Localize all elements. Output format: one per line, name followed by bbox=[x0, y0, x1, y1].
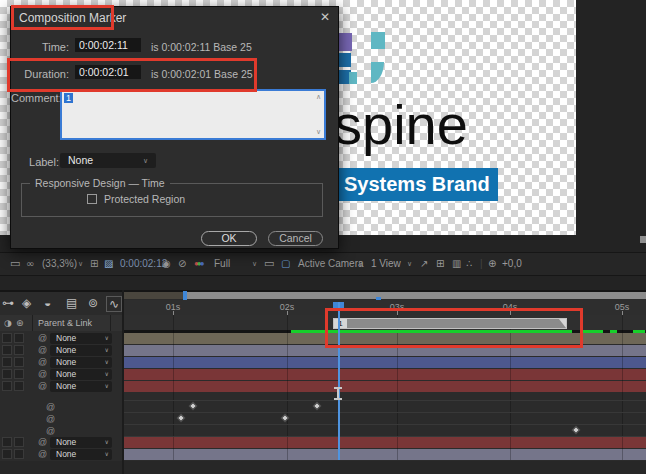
property-pickwhip-icon[interactable]: @ bbox=[46, 426, 55, 437]
layer-duration-bar[interactable] bbox=[123, 449, 646, 460]
layer-switch-cell[interactable] bbox=[14, 381, 24, 391]
share-view-icon[interactable]: ↗ bbox=[420, 253, 428, 275]
time-input[interactable] bbox=[75, 38, 141, 52]
draft-3d-icon[interactable]: ◈ bbox=[22, 296, 31, 310]
render-bar-segment bbox=[610, 330, 617, 333]
layer-duration-bar[interactable] bbox=[123, 369, 646, 380]
layer-duration-bar[interactable] bbox=[123, 357, 646, 368]
header-divider bbox=[110, 315, 111, 331]
region-of-interest-icon[interactable]: ▭ bbox=[264, 253, 274, 275]
parent-pickwhip-icon[interactable]: @ bbox=[38, 369, 47, 380]
resolution-chevron-icon[interactable]: ∨ bbox=[252, 253, 257, 275]
layer-switch-cell[interactable] bbox=[14, 369, 24, 379]
graph-editor-icon[interactable]: ∿ bbox=[106, 296, 122, 312]
dropdown-chevron-icon: ∨ bbox=[105, 333, 109, 344]
layer-switch-cell[interactable] bbox=[2, 333, 12, 343]
dropdown-chevron-icon: ∨ bbox=[105, 437, 109, 448]
layer-switch-cell[interactable] bbox=[2, 357, 12, 367]
property-pickwhip-icon[interactable]: @ bbox=[46, 414, 55, 425]
property-pickwhip-icon[interactable]: @ bbox=[46, 402, 55, 413]
layer-switch-cell[interactable] bbox=[14, 345, 24, 355]
timeline-graph-icon[interactable]: ▥ bbox=[452, 253, 461, 275]
layer-switch-cell[interactable] bbox=[2, 369, 12, 379]
show-snapshot-icon[interactable]: ⊘ bbox=[178, 253, 186, 275]
mini-flowchart-icon[interactable]: ⊶ bbox=[2, 296, 14, 310]
dropdown-chevron-icon: ∨ bbox=[105, 345, 109, 356]
protected-region-checkbox[interactable] bbox=[87, 194, 97, 204]
time-info: is 0:00:02:11 Base 25 bbox=[151, 41, 252, 53]
layer-switch-cell[interactable] bbox=[14, 333, 24, 343]
second-gridline bbox=[287, 315, 288, 460]
camera-view-select[interactable]: Active Camera bbox=[298, 253, 364, 275]
fast-previews-icon[interactable]: ▢ bbox=[281, 253, 290, 275]
pixel-aspect-icon[interactable]: ⊞ bbox=[436, 253, 444, 275]
viewer-scrollbar-handle[interactable] bbox=[640, 236, 646, 243]
parent-link-dropdown[interactable]: None∨ bbox=[50, 449, 112, 460]
parent-link-dropdown[interactable]: None∨ bbox=[50, 333, 112, 344]
parent-pickwhip-icon[interactable]: @ bbox=[38, 437, 47, 448]
logo-mark-purple-square bbox=[339, 33, 352, 51]
always-preview-icon[interactable]: ∞ bbox=[26, 253, 34, 275]
layer-duration-bar[interactable] bbox=[123, 437, 646, 448]
composition-marker-dialog: Composition Marker ✕ Time: is 0:00:02:11… bbox=[10, 6, 339, 249]
frame-blending-icon[interactable]: ▤ bbox=[66, 296, 77, 310]
comment-label: Comment: bbox=[11, 92, 59, 104]
snapshot-camera-icon[interactable]: ◉ bbox=[162, 253, 171, 275]
parent-pickwhip-icon[interactable]: @ bbox=[38, 345, 47, 356]
highlight-box-marker bbox=[325, 308, 583, 348]
highlight-box-title bbox=[11, 5, 114, 30]
layer-switch-cell[interactable] bbox=[2, 449, 12, 459]
parent-link-header: Parent & Link bbox=[38, 318, 92, 328]
resolution-select[interactable]: Full bbox=[214, 253, 230, 275]
label-dropdown[interactable]: None ∨ bbox=[60, 153, 156, 168]
layer-switch-cell[interactable] bbox=[2, 381, 12, 391]
parent-pickwhip-icon[interactable]: @ bbox=[38, 333, 47, 344]
ok-button[interactable]: OK bbox=[201, 231, 257, 246]
parent-link-dropdown[interactable]: None∨ bbox=[50, 369, 112, 380]
logo-mark-teal-small bbox=[349, 72, 357, 84]
comment-textarea[interactable]: 1 ∧ ∨ bbox=[60, 89, 326, 140]
flowchart-icon[interactable]: ∴ bbox=[466, 253, 472, 275]
shy-layers-icon[interactable]: ◒ bbox=[44, 296, 51, 310]
layer-switch-cell[interactable] bbox=[2, 345, 12, 355]
label-label: Label: bbox=[11, 156, 59, 168]
exposure-offset-value[interactable]: +0,0 bbox=[502, 253, 522, 275]
property-row-separator bbox=[123, 412, 646, 413]
layer-switch-cell[interactable] bbox=[2, 437, 12, 447]
logo-mark-teal-square bbox=[371, 32, 385, 49]
view-layout-select[interactable]: 1 View bbox=[371, 253, 401, 275]
parent-link-dropdown[interactable]: None∨ bbox=[50, 437, 112, 448]
navigator-time-indicator[interactable] bbox=[183, 291, 187, 300]
magnification-chevron-icon[interactable]: ∨ bbox=[78, 253, 83, 275]
dialog-close-icon[interactable]: ✕ bbox=[320, 10, 330, 24]
exposure-gear-icon[interactable]: ⊕ bbox=[488, 253, 496, 275]
parent-link-dropdown[interactable]: None∨ bbox=[50, 357, 112, 368]
magnification-value[interactable]: (33,3%) bbox=[42, 253, 77, 275]
parent-link-dropdown[interactable]: None∨ bbox=[50, 345, 112, 356]
parent-link-dropdown[interactable]: None∨ bbox=[50, 381, 112, 392]
parent-pickwhip-icon[interactable]: @ bbox=[38, 357, 47, 368]
layer-duration-bar[interactable] bbox=[123, 381, 646, 392]
transparency-grid-icon[interactable]: ▨ bbox=[104, 253, 113, 275]
cancel-button[interactable]: Cancel bbox=[268, 231, 323, 246]
monitor-icon[interactable]: ▭ bbox=[10, 253, 20, 275]
camera-view-chevron-icon[interactable]: ∨ bbox=[358, 253, 363, 275]
timeline-panel-divider[interactable] bbox=[122, 290, 124, 474]
layer-switch-cell[interactable] bbox=[14, 449, 24, 459]
timeline-navigator-thumb[interactable] bbox=[187, 292, 646, 299]
layer-switch-cell[interactable] bbox=[14, 357, 24, 367]
motion-blur-icon[interactable]: ⊚ bbox=[88, 296, 98, 310]
scroll-down-icon[interactable]: ∨ bbox=[316, 128, 321, 136]
grid-guides-icon[interactable]: ⊞ bbox=[90, 253, 98, 275]
toolbar-timecode[interactable]: 0:00:02:12 bbox=[120, 253, 167, 275]
parent-pickwhip-icon[interactable]: @ bbox=[38, 381, 47, 392]
dropdown-chevron-icon: ∨ bbox=[105, 449, 109, 460]
time-label: Time: bbox=[11, 41, 69, 53]
show-channels-icon[interactable]: ●●● bbox=[194, 253, 203, 275]
property-row-separator bbox=[123, 436, 646, 437]
parent-pickwhip-icon[interactable]: @ bbox=[38, 449, 47, 460]
layer-switch-cell[interactable] bbox=[14, 437, 24, 447]
scroll-up-icon[interactable]: ∧ bbox=[316, 93, 321, 101]
label-dropdown-value: None bbox=[68, 154, 93, 166]
view-layout-chevron-icon[interactable]: ∨ bbox=[407, 253, 412, 275]
